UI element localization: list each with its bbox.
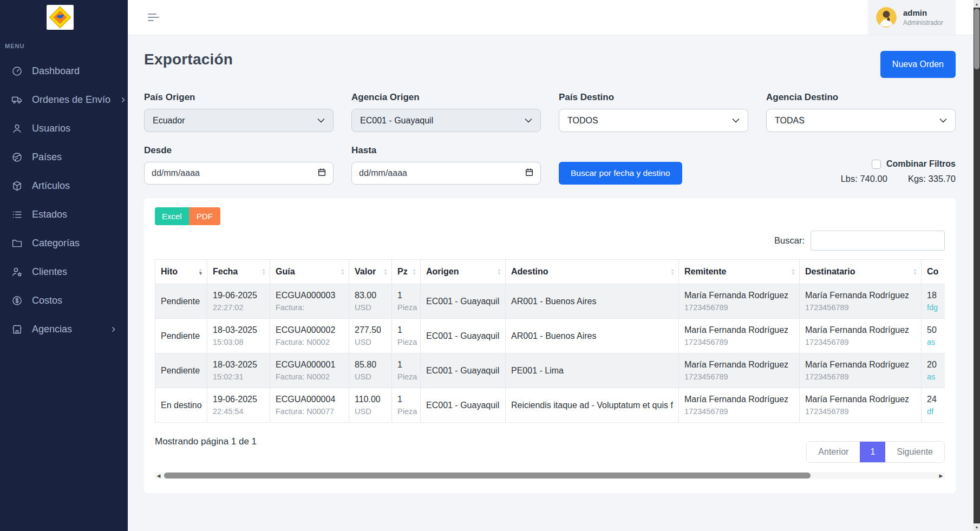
column-header-fecha[interactable]: Fecha▲▼ [207,260,270,284]
pagination-prev-button[interactable]: Anterior [807,442,860,462]
calendar-icon[interactable] [525,168,533,179]
export-pdf-button[interactable]: PDF [189,207,220,225]
sort-icon: ▲▼ [913,268,917,276]
sort-icon: ▲▼ [383,268,388,276]
agencia-destino-label: Agencia Destino [766,92,956,103]
table-row[interactable]: En destino19-06-202522:45:54ECGUA000004F… [155,388,945,423]
sidebar-item-ordenes-de-envio[interactable]: Ordenes de Envío [0,86,128,114]
list-icon [11,209,23,221]
building-icon [11,324,23,336]
table-search-input[interactable] [811,231,945,251]
chevron-down-icon [732,118,740,123]
orders-table: Hito▲▼Fecha▲▼Guía▲▼Valor▲▼Pz▲▼Aorigen▲▼A… [155,259,945,423]
globe-icon [11,152,23,163]
table-row[interactable]: Pendiente19-06-202522:27:02ECGUA000003Fa… [155,284,945,319]
scroll-up-icon[interactable]: ▲ [974,0,980,8]
scroll-right-icon[interactable]: ▶ [937,473,945,478]
field-agencia-destino: Agencia Destino TODAS [766,92,956,132]
column-header-remitente[interactable]: Remitente▲▼ [679,260,800,284]
sort-icon: ▲▼ [791,268,795,276]
desde-date-input[interactable]: dd/mm/aaaa [144,162,334,185]
combine-filters-option[interactable]: Combinar Filtros [872,159,956,169]
vertical-scrollbar-thumb[interactable] [974,9,979,69]
hasta-date-input[interactable]: dd/mm/aaaa [351,162,541,185]
table-row[interactable]: Pendiente18-03-202515:03:08ECGUA000002Fa… [155,319,945,353]
column-header-hito[interactable]: Hito▲▼ [155,260,207,284]
horizontal-scrollbar-thumb[interactable] [164,473,811,478]
sidebar-toggle-icon[interactable] [148,14,159,21]
calendar-icon[interactable] [318,168,326,179]
user-star-icon [11,266,23,278]
topbar: admin Administrador [128,0,980,35]
sidebar-item-dashboard[interactable]: Dashboard [0,57,128,86]
orders-table-wrap: Hito▲▼Fecha▲▼Guía▲▼Valor▲▼Pz▲▼Aorigen▲▼A… [155,259,945,423]
sidebar-item-articulos[interactable]: Artículos [0,172,128,200]
sidebar: MENU DashboardOrdenes de EnvíoUsuariosPa… [0,0,128,531]
chevron-down-icon [317,118,325,123]
export-excel-button[interactable]: Excel [155,207,189,225]
sort-icon: ▲▼ [198,268,203,276]
new-order-button[interactable]: Nueva Orden [880,51,956,78]
field-desde: Desde dd/mm/aaaa [144,145,334,185]
pais-origen-label: País Origen [144,92,334,103]
search-by-date-button[interactable]: Buscar por fecha y destino [559,162,682,185]
scroll-left-icon[interactable]: ◀ [155,473,162,478]
hasta-label: Hasta [351,145,541,156]
horizontal-scrollbar[interactable]: ◀ ▶ [155,472,945,479]
folder-icon [11,238,23,250]
main-area: admin Administrador Exportación Nueva Or… [128,0,980,531]
sort-icon: ▲▼ [412,268,416,276]
agencia-destino-select[interactable]: TODAS [766,109,956,132]
user-role: Administrador [903,19,943,27]
sidebar-item-estados[interactable]: Estados [0,200,128,229]
user-menu[interactable]: admin Administrador [868,0,956,35]
combine-filters-checkbox[interactable] [872,160,881,169]
app-logo[interactable] [47,5,74,30]
pagination-next-button[interactable]: Siguiente [885,442,944,462]
package-icon [11,180,23,192]
sidebar-item-clientes[interactable]: Clientes [0,258,128,286]
column-header-guia[interactable]: Guía▲▼ [270,260,349,284]
menu-section-label: MENU [0,43,128,49]
column-header-aorigen[interactable]: Aorigen▲▼ [421,260,506,284]
lbs-total: Lbs: 740.00 [841,174,887,184]
sidebar-nav: DashboardOrdenes de EnvíoUsuariosPaísesA… [0,57,128,344]
table-footer: Mostrando página 1 de 1 Anterior 1 Sigui… [155,435,945,463]
table-body: Pendiente19-06-202522:27:02ECGUA000003Fa… [155,284,945,423]
speedometer-icon [11,65,23,77]
table-search-label: Buscar: [774,235,805,246]
sort-icon: ▲▼ [670,268,675,276]
column-header-co[interactable]: Co▲▼ [922,260,945,284]
sidebar-item-agencias[interactable]: Agencias [0,315,128,344]
pais-origen-select[interactable]: Ecuador [144,109,334,132]
column-header-pz[interactable]: Pz▲▼ [392,260,421,284]
vertical-scrollbar[interactable]: ▲ ▼ [974,0,980,531]
field-pais-destino: País Destino TODOS [559,92,748,132]
sidebar-item-costos[interactable]: Costos [0,286,128,315]
page-title: Exportación [144,51,233,68]
agencia-origen-select[interactable]: EC001 - Guayaquil [351,109,541,132]
scroll-down-icon[interactable]: ▼ [974,523,980,531]
pagination: Anterior 1 Siguiente [806,441,945,463]
sort-icon: ▲▼ [262,268,266,276]
app-window: MENU DashboardOrdenes de EnvíoUsuariosPa… [0,0,980,531]
table-row[interactable]: Pendiente18-03-202515:02:31ECGUA000001Fa… [155,353,945,388]
pagination-page-1-button[interactable]: 1 [860,442,885,462]
column-header-valor[interactable]: Valor▲▼ [349,260,392,284]
pagination-info: Mostrando página 1 de 1 [155,435,257,447]
user-icon [11,123,23,135]
sidebar-item-categorias[interactable]: Categorías [0,229,128,258]
table-card: Excel PDF Buscar: Hito▲▼Fecha▲▼Guía▲▼Val… [144,198,956,493]
user-name: admin [903,8,943,18]
kgs-total: Kgs: 335.70 [908,174,956,184]
sidebar-item-paises[interactable]: Países [0,143,128,172]
pais-destino-select[interactable]: TODOS [559,109,748,132]
dollar-circle-icon [11,295,23,307]
sidebar-item-usuarios[interactable]: Usuarios [0,114,128,143]
column-header-destinatario[interactable]: Destinatario▲▼ [800,260,922,284]
column-header-adestino[interactable]: Adestino▲▼ [506,260,679,284]
truck-icon [11,94,23,106]
kite-logo-icon [48,6,72,29]
desde-label: Desde [144,145,334,156]
field-hasta: Hasta dd/mm/aaaa [351,145,541,185]
